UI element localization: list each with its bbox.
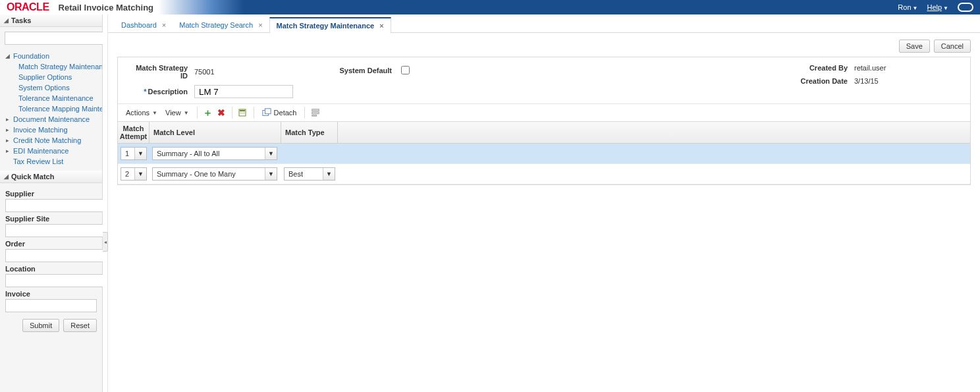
created-by-value: retail.user	[854, 64, 886, 72]
chevron-down-icon[interactable]: ▼	[323, 168, 335, 180]
save-button[interactable]: Save	[899, 40, 930, 53]
tab-label: Match Strategy Search	[179, 21, 253, 29]
user-menu[interactable]: Ron▼	[898, 3, 917, 11]
user-menu-label: Ron	[898, 3, 911, 11]
oracle-icon[interactable]	[958, 3, 973, 12]
view-menu[interactable]: View ▼	[161, 107, 193, 118]
reset-button[interactable]: Reset	[63, 319, 97, 332]
level-combo[interactable]: Summary - One to Many ▼	[152, 167, 277, 181]
chevron-down-icon[interactable]: ▼	[134, 148, 146, 159]
expand-icon: ▸	[4, 137, 11, 144]
col-match-type[interactable]: Match Type	[281, 122, 338, 143]
nav-tree: ◢ Foundation Match Strategy Maintenance …	[0, 49, 102, 171]
collapse-strip: ◂	[103, 14, 108, 392]
system-default-label: System Default	[326, 67, 392, 74]
attempt-value: 2	[121, 168, 134, 180]
nav-tolerance-maintenance[interactable]: Tolerance Maintenance	[0, 93, 102, 103]
tab-label: Dashboard	[121, 21, 157, 29]
system-default-checkbox[interactable]	[401, 66, 410, 74]
invoice-input[interactable]	[5, 299, 97, 312]
nav-tax-review-list[interactable]: Tax Review List	[0, 156, 102, 167]
chevron-down-icon[interactable]: ▼	[265, 168, 277, 180]
chevron-down-icon[interactable]: ▼	[265, 148, 277, 159]
sidebar-collapse-handle[interactable]: ◂	[103, 232, 108, 252]
plus-icon: ＋	[203, 107, 213, 119]
col-match-level[interactable]: Match Level	[150, 122, 281, 143]
tab-label: Match Strategy Maintenance	[277, 22, 375, 30]
attempt-combo[interactable]: 2 ▼	[121, 167, 147, 181]
location-label: Location	[5, 265, 97, 273]
separator	[232, 107, 232, 119]
oracle-logo: ORACLE	[7, 1, 49, 13]
close-icon[interactable]: ×	[379, 22, 383, 30]
close-icon[interactable]: ×	[162, 21, 166, 29]
level-combo[interactable]: Summary - All to All ▼	[152, 147, 277, 160]
nav-credit-note-matching[interactable]: ▸ Credit Note Matching	[0, 135, 102, 146]
collapse-icon: ◢	[4, 173, 9, 180]
expand-icon	[4, 158, 11, 165]
chevron-down-icon: ▼	[913, 5, 918, 11]
tabs-row: Dashboard × Match Strategy Search × Matc…	[108, 14, 980, 33]
col-label: Attempt	[120, 132, 148, 140]
tab-dashboard[interactable]: Dashboard ×	[115, 18, 173, 32]
quick-match-title: Quick Match	[11, 173, 54, 181]
nav-foundation[interactable]: ◢ Foundation	[0, 51, 102, 61]
nav-invoice-matching[interactable]: ▸ Invoice Matching	[0, 125, 102, 135]
quick-match-buttons: Submit Reset	[5, 319, 97, 332]
detach-label: Detach	[274, 109, 297, 117]
nav-label: Invoice Matching	[13, 126, 68, 134]
match-strategy-id-value: 75001	[194, 68, 215, 76]
creation-date-label: Creation Date	[788, 77, 848, 85]
add-button[interactable]: ＋	[202, 106, 215, 119]
col-match-attempt[interactable]: Match Attempt	[118, 122, 150, 143]
submit-button[interactable]: Submit	[22, 319, 59, 332]
location-combo[interactable]: ▼	[5, 274, 97, 287]
type-combo[interactable]: Best ▼	[284, 167, 335, 181]
nav-label: EDI Maintenance	[13, 147, 68, 155]
content-area: Dashboard × Match Strategy Search × Matc…	[108, 14, 980, 392]
chevron-down-icon: ▼	[943, 5, 948, 11]
nav-label: Document Maintenance	[13, 115, 90, 123]
view-label: View	[165, 109, 181, 117]
grid-header: Match Attempt Match Level Match Type	[118, 122, 970, 144]
description-input[interactable]	[194, 85, 293, 98]
nav-foundation-label: Foundation	[13, 52, 49, 60]
table-row[interactable]: 1 ▼ Summary - All to All ▼	[118, 144, 970, 164]
page-actions: Save Cancel	[108, 33, 980, 57]
attempt-combo[interactable]: 1 ▼	[121, 147, 147, 160]
close-icon[interactable]: ×	[258, 21, 262, 29]
x-icon: ✖	[217, 107, 225, 118]
delete-button[interactable]: ✖	[215, 106, 228, 119]
description-label-text: Description	[148, 88, 188, 96]
task-search-row	[0, 27, 102, 49]
actions-menu[interactable]: Actions ▼	[122, 107, 161, 118]
nav-edi-maintenance[interactable]: ▸ EDI Maintenance	[0, 146, 102, 156]
supplier-site-combo[interactable]: ▼	[5, 224, 97, 237]
nav-supplier-options[interactable]: Supplier Options	[0, 72, 102, 82]
type-cell-empty	[281, 152, 338, 155]
nav-tolerance-mapping[interactable]: Tolerance Mapping Maintena	[0, 103, 102, 114]
help-menu[interactable]: Help▼	[927, 3, 948, 11]
wrap-button[interactable]	[309, 106, 322, 119]
nav-match-strategy-maintenance[interactable]: Match Strategy Maintenance	[0, 61, 102, 72]
expand-icon: ▸	[4, 148, 11, 154]
detach-button[interactable]: Detach	[258, 107, 301, 119]
wrap-icon	[311, 108, 320, 117]
quick-match-heading[interactable]: ◢ Quick Match	[0, 171, 102, 183]
nav-system-options[interactable]: System Options	[0, 82, 102, 93]
nav-label: Credit Note Matching	[13, 136, 81, 144]
tab-match-strategy-search[interactable]: Match Strategy Search ×	[173, 18, 269, 32]
tasks-heading[interactable]: ◢ Tasks	[0, 14, 102, 27]
export-button[interactable]	[236, 106, 250, 119]
table-row[interactable]: 2 ▼ Summary - One to Many ▼ Best ▼	[118, 164, 970, 184]
cancel-button[interactable]: Cancel	[934, 40, 971, 53]
nav-document-maintenance[interactable]: ▸ Document Maintenance	[0, 114, 102, 125]
col-label: Match	[123, 125, 144, 132]
svg-rect-10	[312, 115, 317, 117]
order-combo[interactable]: ▼	[5, 249, 97, 262]
tab-match-strategy-maintenance[interactable]: Match Strategy Maintenance ×	[269, 17, 391, 33]
help-menu-label: Help	[927, 3, 942, 11]
chevron-down-icon[interactable]: ▼	[134, 168, 146, 180]
supplier-combo[interactable]: ▼	[5, 199, 97, 212]
form-head: Match Strategy ID 75001 *Description Sys…	[118, 57, 970, 103]
